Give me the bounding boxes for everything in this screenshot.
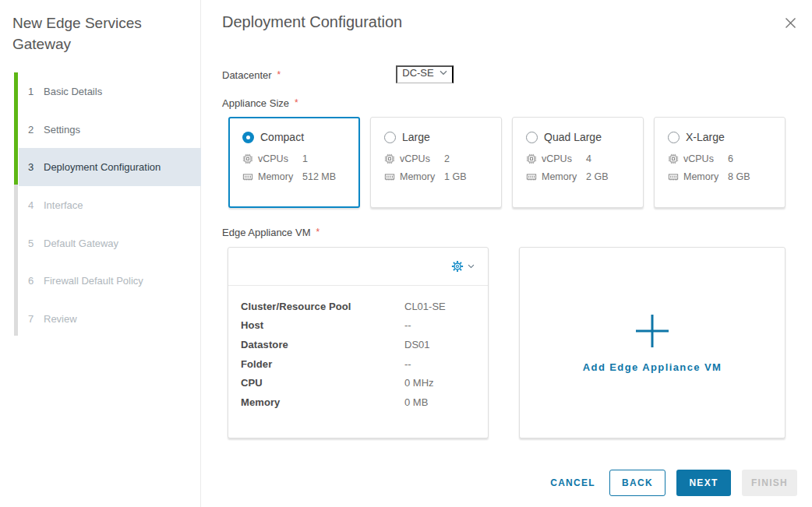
step-firewall-default-policy[interactable]: 6 Firewall Default Policy: [19, 262, 201, 300]
close-icon: [785, 17, 796, 29]
step-number: 4: [28, 199, 44, 211]
gear-icon: [451, 260, 464, 273]
vm-detail-value: 0 MHz: [404, 377, 434, 389]
required-asterisk: *: [316, 227, 320, 238]
appliance-size-options: Compact vCPUs 1 Memory 512 MB: [228, 117, 786, 208]
size-card-large[interactable]: Large vCPUs 2 Memory 1 GB: [370, 117, 502, 208]
size-name: X-Large: [686, 131, 725, 143]
vm-detail-row: Folder --: [241, 354, 475, 374]
size-card-compact[interactable]: Compact vCPUs 1 Memory 512 MB: [228, 117, 360, 208]
vm-detail-label: CPU: [241, 377, 404, 389]
vcpus-label: vCPUs: [400, 153, 444, 164]
memory-value: 8 GB: [728, 171, 750, 182]
vm-detail-label: Datastore: [241, 339, 404, 350]
size-card-x-large[interactable]: X-Large vCPUs 6 Memory 8 GB: [654, 117, 786, 208]
memory-label: Memory: [542, 171, 586, 182]
wizard-title: New Edge Services Gateway: [12, 12, 178, 55]
size-name: Large: [402, 131, 430, 143]
back-button[interactable]: BACK: [609, 470, 665, 496]
next-button[interactable]: NEXT: [676, 470, 731, 496]
wizard-sidebar: New Edge Services Gateway 1 Basic Detail…: [0, 0, 201, 507]
vcpus-value: 1: [302, 153, 308, 164]
size-card-quad-large[interactable]: Quad Large vCPUs 4 Memory 2 GB: [512, 117, 644, 208]
memory-spec: Memory 8 GB: [668, 171, 785, 182]
memory-icon: [668, 171, 679, 182]
vm-detail-label: Host: [241, 319, 404, 331]
add-edge-appliance-vm-button[interactable]: Add Edge Appliance VM: [519, 247, 786, 438]
step-review[interactable]: 7 Review: [19, 300, 201, 338]
memory-label: Memory: [683, 171, 728, 182]
step-label: Basic Details: [44, 86, 102, 97]
memory-label: Memory: [258, 171, 302, 182]
chevron-down-icon: [468, 264, 475, 269]
vm-detail-value: 0 MB: [404, 396, 428, 408]
step-number: 3: [28, 161, 44, 173]
radio-unselected-icon[interactable]: [526, 132, 538, 143]
close-button[interactable]: [783, 16, 797, 30]
radio-selected-icon[interactable]: [242, 132, 254, 143]
add-edge-appliance-vm-label: Add Edge Appliance VM: [583, 361, 722, 373]
memory-value: 1 GB: [444, 171, 467, 182]
step-label: Review: [44, 313, 77, 325]
required-asterisk: *: [295, 97, 298, 108]
memory-spec: Memory 2 GB: [526, 171, 643, 182]
step-number: 5: [28, 238, 44, 249]
step-label: Settings: [44, 124, 80, 136]
new-edge-services-gateway-wizard: New Edge Services Gateway 1 Basic Detail…: [0, 0, 812, 507]
vm-detail-value: --: [404, 319, 411, 331]
progress-rail-completed: [14, 72, 18, 185]
memory-icon: [384, 171, 395, 182]
wizard-footer: CANCEL BACK NEXT FINISH: [547, 470, 797, 496]
edge-appliance-vm-label-text: Edge Appliance VM: [222, 227, 310, 238]
finish-button[interactable]: FINISH: [742, 470, 797, 496]
vm-detail-value: CL01-SE: [404, 301, 446, 312]
page-title: Deployment Configuration: [222, 13, 402, 31]
step-label: Default Gateway: [44, 238, 118, 249]
step-interface[interactable]: 4 Interface: [19, 186, 201, 224]
vm-detail-list: Cluster/Resource Pool CL01-SE Host -- Da…: [228, 286, 488, 412]
datacenter-label-text: Datacenter: [222, 69, 272, 81]
edge-appliance-vm-card: Cluster/Resource Pool CL01-SE Host -- Da…: [228, 247, 489, 438]
vcpus-value: 2: [444, 153, 450, 164]
vcpus-spec: vCPUs 4: [526, 153, 643, 164]
step-basic-details[interactable]: 1 Basic Details: [19, 72, 201, 111]
step-label: Firewall Default Policy: [44, 275, 143, 287]
memory-icon: [242, 171, 253, 182]
vcpus-label: vCPUs: [258, 153, 302, 164]
vcpus-spec: vCPUs 1: [242, 153, 358, 164]
datacenter-dropdown[interactable]: DC-SE: [396, 65, 454, 83]
step-number: 2: [28, 124, 44, 136]
plus-icon: [634, 313, 670, 349]
vm-detail-row: Host --: [241, 316, 475, 336]
vm-detail-value: DS01: [404, 339, 430, 350]
step-number: 1: [28, 86, 44, 97]
step-deployment-configuration[interactable]: 3 Deployment Configuration: [19, 148, 201, 186]
step-default-gateway[interactable]: 5 Default Gateway: [19, 224, 201, 262]
memory-label: Memory: [400, 171, 444, 182]
vm-settings-menu-button[interactable]: [451, 260, 475, 273]
vm-detail-label: Folder: [241, 358, 404, 370]
memory-value: 512 MB: [302, 171, 336, 182]
appliance-size-label: Appliance Size*: [222, 97, 298, 109]
vcpus-spec: vCPUs 2: [384, 153, 501, 164]
cpu-chip-icon: [668, 153, 679, 164]
radio-unselected-icon[interactable]: [384, 132, 396, 143]
cancel-button[interactable]: CANCEL: [547, 470, 598, 496]
size-name: Compact: [260, 131, 304, 143]
radio-unselected-icon[interactable]: [668, 132, 680, 143]
vm-detail-row: Cluster/Resource Pool CL01-SE: [241, 297, 475, 316]
vm-detail-label: Cluster/Resource Pool: [241, 301, 404, 312]
memory-spec: Memory 1 GB: [384, 171, 501, 182]
memory-value: 2 GB: [586, 171, 609, 182]
vcpus-value: 4: [586, 153, 591, 164]
cpu-chip-icon: [384, 153, 395, 164]
vm-detail-row: Memory 0 MB: [241, 393, 475, 412]
step-settings[interactable]: 2 Settings: [19, 111, 201, 149]
vm-detail-value: --: [404, 358, 411, 370]
step-label: Interface: [44, 199, 83, 211]
vm-detail-label: Memory: [241, 396, 404, 408]
wizard-content: Deployment Configuration Datacenter* DC-…: [202, 0, 812, 507]
step-number: 6: [28, 275, 44, 287]
vcpus-spec: vCPUs 6: [668, 153, 785, 164]
memory-spec: Memory 512 MB: [242, 171, 358, 182]
